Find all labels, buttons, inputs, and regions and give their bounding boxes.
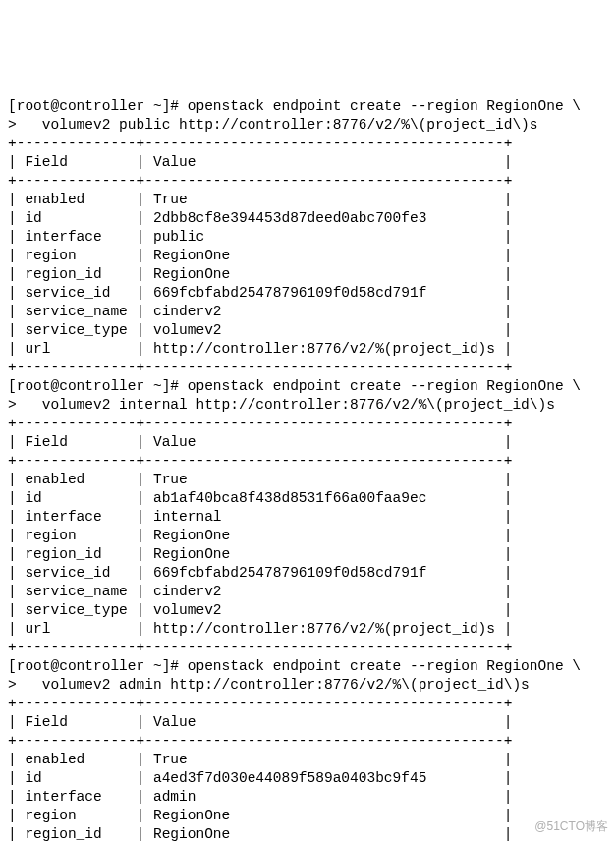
command-line: [root@controller ~]# openstack endpoint … — [8, 378, 581, 394]
table-row: | url | http://controller:8776/v2/%(proj… — [8, 341, 512, 357]
command-line: > volumev2 internal http://controller:87… — [8, 397, 555, 413]
table-border: +--------------+------------------------… — [8, 453, 512, 469]
table-row: | enabled | True | — [8, 472, 512, 487]
table-row: | region | RegionOne | — [8, 808, 512, 823]
table-row: | service_type | volumev2 | — [8, 602, 512, 618]
table-header: | Field | Value | — [8, 154, 512, 170]
table-border: +--------------+------------------------… — [8, 136, 512, 151]
table-row: | interface | admin | — [8, 789, 512, 805]
table-border: +--------------+------------------------… — [8, 173, 512, 189]
table-row: | id | 2dbb8cf8e394453d87deed0abc700fe3 … — [8, 210, 512, 226]
command-line: > volumev2 public http://controller:8776… — [8, 117, 538, 133]
table-header: | Field | Value | — [8, 434, 512, 450]
table-row: | enabled | True | — [8, 752, 512, 767]
table-row: | id | ab1af40bca8f438d8531f66a00faa9ec … — [8, 490, 512, 506]
table-border: +--------------+------------------------… — [8, 696, 512, 711]
table-border: +--------------+------------------------… — [8, 640, 512, 655]
table-border: +--------------+------------------------… — [8, 416, 512, 431]
table-row: | region_id | RegionOne | — [8, 546, 512, 562]
table-row: | service_id | 669fcbfabd25478796109f0d5… — [8, 565, 512, 581]
table-row: | url | http://controller:8776/v2/%(proj… — [8, 621, 512, 637]
table-row: | region | RegionOne | — [8, 248, 512, 263]
table-row: | interface | internal | — [8, 509, 512, 525]
table-row: | service_type | volumev2 | — [8, 322, 512, 338]
command-line: [root@controller ~]# openstack endpoint … — [8, 98, 581, 114]
table-row: | service_id | 669fcbfabd25478796109f0d5… — [8, 285, 512, 301]
table-row: | enabled | True | — [8, 192, 512, 207]
watermark-label: @51CTO博客 — [534, 817, 608, 836]
terminal-output: [root@controller ~]# openstack endpoint … — [8, 79, 608, 842]
table-header: | Field | Value | — [8, 714, 512, 730]
table-border: +--------------+------------------------… — [8, 733, 512, 749]
table-row: | interface | public | — [8, 229, 512, 245]
table-row: | service_name | cinderv2 | — [8, 584, 512, 599]
table-row: | region | RegionOne | — [8, 528, 512, 543]
table-row: | region_id | RegionOne | — [8, 266, 512, 282]
table-row: | service_name | cinderv2 | — [8, 304, 512, 319]
table-row: | region_id | RegionOne | — [8, 826, 512, 842]
table-border: +--------------+------------------------… — [8, 360, 512, 375]
table-row: | id | a4ed3f7d030e44089f589a0403bc9f45 … — [8, 770, 512, 786]
command-line: > volumev2 admin http://controller:8776/… — [8, 677, 530, 693]
command-line: [root@controller ~]# openstack endpoint … — [8, 658, 581, 674]
